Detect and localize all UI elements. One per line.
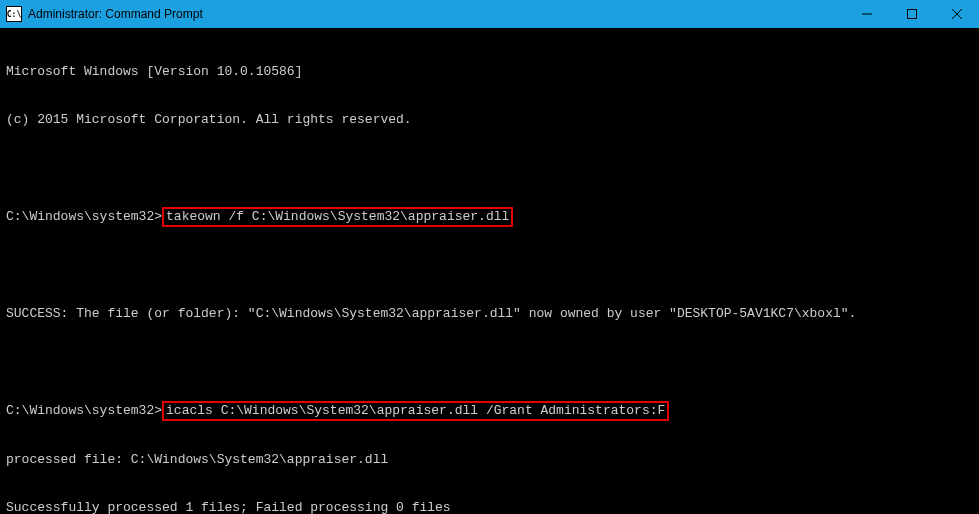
command-prompt-window: C:\ Administrator: Command Prompt Micros… xyxy=(0,0,979,514)
close-button[interactable] xyxy=(934,0,979,28)
prompt-text: C:\Windows\system32> xyxy=(6,209,162,224)
terminal-area[interactable]: Microsoft Windows [Version 10.0.10586] (… xyxy=(0,28,979,514)
command-1-highlight: takeown /f C:\Windows\System32\appraiser… xyxy=(162,207,513,227)
minimize-icon xyxy=(862,9,872,19)
command-2-text: icacls C:\Windows\System32\appraiser.dll… xyxy=(166,403,665,418)
titlebar[interactable]: C:\ Administrator: Command Prompt xyxy=(0,0,979,28)
window-controls xyxy=(844,0,979,28)
minimize-button[interactable] xyxy=(844,0,889,28)
output-line: SUCCESS: The file (or folder): "C:\Windo… xyxy=(6,306,973,322)
command-2-highlight: icacls C:\Windows\System32\appraiser.dll… xyxy=(162,401,669,421)
header-line: Microsoft Windows [Version 10.0.10586] xyxy=(6,64,973,80)
prompt-text: C:\Windows\system32> xyxy=(6,403,162,418)
blank-line xyxy=(6,354,973,370)
output-line: Successfully processed 1 files; Failed p… xyxy=(6,500,973,514)
blank-line xyxy=(6,160,973,176)
maximize-icon xyxy=(907,9,917,19)
maximize-button[interactable] xyxy=(889,0,934,28)
window-title: Administrator: Command Prompt xyxy=(28,7,844,21)
copyright-line: (c) 2015 Microsoft Corporation. All righ… xyxy=(6,112,973,128)
cmd-icon: C:\ xyxy=(6,6,22,22)
blank-line xyxy=(6,258,973,274)
command-line-1: C:\Windows\system32>takeown /f C:\Window… xyxy=(6,208,973,226)
command-1-text: takeown /f C:\Windows\System32\appraiser… xyxy=(166,209,509,224)
output-line: processed file: C:\Windows\System32\appr… xyxy=(6,452,973,468)
svg-rect-1 xyxy=(907,10,916,19)
cmd-icon-text: C:\ xyxy=(7,10,21,19)
close-icon xyxy=(952,9,962,19)
command-line-2: C:\Windows\system32>icacls C:\Windows\Sy… xyxy=(6,402,973,420)
